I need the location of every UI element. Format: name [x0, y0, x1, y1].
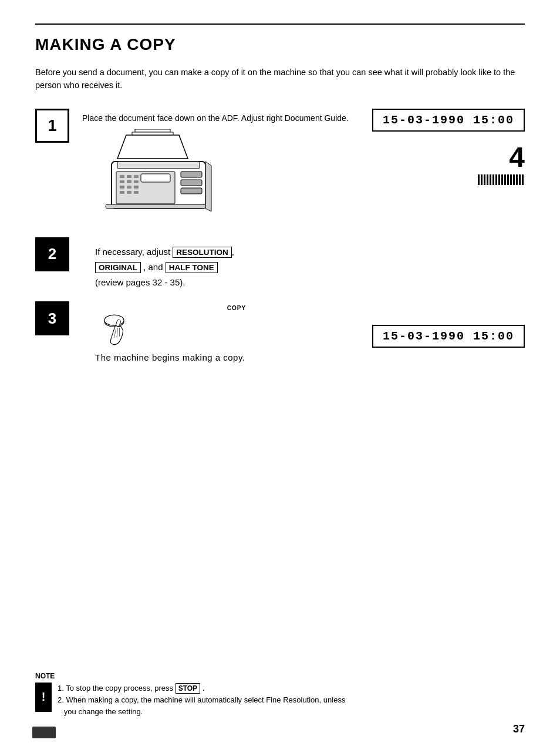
- svg-rect-16: [127, 191, 131, 194]
- note-title: NOTE: [35, 672, 525, 680]
- step3-right: 15-03-1990 15:00: [372, 301, 525, 348]
- note-icon: !: [35, 683, 52, 712]
- step2-box: 2: [35, 237, 69, 271]
- page-title: MAKING A COPY: [35, 35, 525, 54]
- svg-rect-26: [484, 174, 485, 185]
- intro-text: Before you send a document, you can make…: [35, 66, 525, 92]
- step2-text: If necessary, adjust RESOLUTION, ORIGINA…: [95, 244, 525, 290]
- half-tone-key: HALF TONE: [166, 262, 218, 273]
- svg-rect-36: [513, 174, 515, 185]
- svg-rect-21: [181, 188, 202, 194]
- svg-rect-34: [507, 174, 509, 185]
- svg-rect-10: [127, 180, 131, 183]
- svg-rect-29: [492, 174, 494, 185]
- step3-display: 15-03-1990 15:00: [372, 325, 525, 348]
- top-rule: [35, 23, 525, 25]
- svg-rect-9: [120, 180, 124, 183]
- svg-rect-31: [498, 174, 500, 185]
- step3-content: COPY The machine begins making a copy.: [95, 301, 372, 362]
- svg-rect-27: [487, 174, 488, 185]
- page-number: 37: [513, 723, 525, 735]
- step1-row: 1 Place the document face down on the AD…: [35, 109, 525, 226]
- resolution-key: RESOLUTION: [173, 247, 232, 258]
- svg-rect-7: [127, 175, 131, 178]
- svg-marker-23: [205, 162, 211, 211]
- svg-rect-37: [516, 174, 518, 185]
- svg-rect-24: [478, 174, 480, 185]
- svg-rect-4: [117, 162, 200, 169]
- svg-rect-17: [134, 191, 139, 194]
- step1-text: Place the document face down on the ADF.…: [82, 112, 372, 125]
- svg-rect-14: [134, 186, 139, 189]
- svg-rect-6: [120, 175, 124, 178]
- step1-box: 1: [35, 109, 69, 143]
- stop-key: STOP: [176, 683, 200, 694]
- svg-rect-22: [106, 204, 205, 209]
- svg-rect-11: [134, 180, 139, 183]
- svg-rect-15: [120, 191, 124, 194]
- svg-rect-30: [495, 174, 497, 185]
- hand-press-icon: [101, 312, 136, 348]
- note-section: NOTE ! 1. To stop the copy process, pres…: [35, 672, 525, 718]
- chapter-bars: [478, 174, 525, 187]
- svg-marker-2: [117, 135, 188, 159]
- original-key: ORIGINAL: [95, 262, 141, 273]
- copy-button-label: COPY: [101, 305, 372, 311]
- svg-rect-35: [510, 174, 512, 185]
- copy-button-area: COPY: [101, 305, 372, 350]
- svg-rect-20: [181, 180, 202, 186]
- step1-content: Place the document face down on the ADF.…: [82, 109, 372, 226]
- svg-rect-25: [481, 174, 483, 185]
- step1-left: 1 Place the document face down on the AD…: [35, 109, 372, 226]
- step2-content: If necessary, adjust RESOLUTION, ORIGINA…: [95, 241, 525, 290]
- svg-rect-19: [181, 172, 202, 177]
- svg-rect-12: [120, 186, 124, 189]
- svg-rect-13: [127, 186, 131, 189]
- note-content: ! 1. To stop the copy process, press STO…: [35, 683, 525, 718]
- svg-rect-33: [504, 174, 506, 185]
- chapter-number: 4: [478, 141, 525, 173]
- machine-begins-text: The machine begins making a copy.: [95, 352, 372, 362]
- svg-rect-39: [522, 174, 524, 185]
- svg-rect-8: [134, 175, 139, 178]
- step1-right: 15-03-1990 15:00 4: [372, 109, 525, 193]
- svg-point-41: [104, 315, 124, 325]
- svg-rect-38: [519, 174, 521, 185]
- fax-machine-illustration: [94, 129, 372, 226]
- svg-rect-18: [141, 174, 170, 182]
- svg-rect-0: [135, 129, 170, 132]
- step3-row: 3 COPY The machine begins making a copy.…: [35, 301, 525, 362]
- step1-display: 15-03-1990 15:00: [372, 109, 525, 132]
- bottom-decoration: [32, 727, 56, 738]
- svg-rect-32: [501, 174, 503, 185]
- step2-row: 2 If necessary, adjust RESOLUTION, ORIGI…: [35, 237, 525, 290]
- svg-rect-28: [490, 174, 491, 185]
- note-text: 1. To stop the copy process, press STOP …: [58, 683, 345, 718]
- step3-box: 3: [35, 301, 69, 335]
